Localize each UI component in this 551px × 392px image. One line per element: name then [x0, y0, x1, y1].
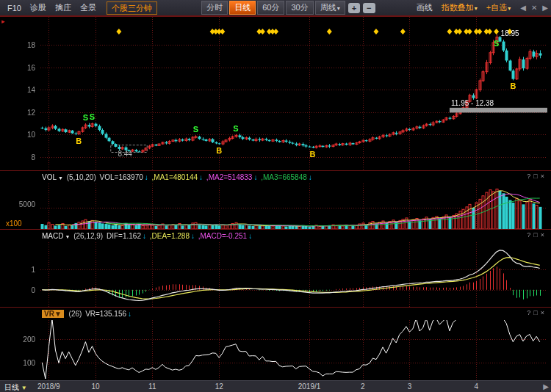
stock-app-window: F10 诊股 擒庄 全景 个股三分钟 分时 日线 60分 30分 周线▾ + −…: [0, 0, 551, 392]
macd-panel-controls[interactable]: ?□×: [527, 231, 547, 239]
period-indicator-label: 日线: [4, 383, 19, 391]
vr-indicator-values[interactable]: VR▼ (26) VR=135.156↓: [42, 310, 133, 318]
header-segment: ↓: [253, 173, 257, 181]
header-segment: ↓: [128, 310, 132, 318]
pin-icon: □: [533, 309, 540, 316]
vr-chart-canvas[interactable]: [0, 320, 551, 381]
period-indicator[interactable]: 日线 ▼: [4, 382, 27, 392]
help-icon: ?: [527, 173, 533, 180]
period-intraday-button[interactable]: 分时: [201, 1, 228, 15]
close-window-icon[interactable]: ✕: [531, 4, 537, 12]
main-chart-panel: ▸: [0, 16, 551, 170]
date-label: 3: [393, 382, 425, 391]
header-segment: VOL=163970: [98, 173, 143, 181]
header-segment: ↓: [248, 232, 252, 240]
date-label: 12: [203, 382, 235, 391]
vr-header: VR▼ (26) VR=135.156↓ ?□×: [0, 308, 551, 320]
macd-panel: ▸ MACD▼ (26,12,9) DIF=1.162↓ ,DEA=1.288↓…: [0, 229, 551, 307]
period-daily-button[interactable]: 日线: [229, 1, 256, 15]
volume-panel-controls[interactable]: ?□×: [527, 173, 547, 180]
top-toolbar: F10 诊股 擒庄 全景 个股三分钟 分时 日线 60分 30分 周线▾ + −…: [0, 0, 551, 16]
header-segment: ,MA2=514833: [204, 173, 252, 181]
header-segment: DIF=1.162: [104, 232, 141, 240]
macd-chart-canvas[interactable]: [0, 242, 551, 308]
header-segment: ,MA3=665848: [259, 173, 306, 181]
date-label: 10: [79, 382, 112, 391]
draw-line-button[interactable]: 画线: [417, 2, 433, 13]
zoom-out-button[interactable]: −: [363, 3, 375, 13]
close-panel-icon: ×: [541, 309, 547, 316]
catch-banker-button[interactable]: 擒庄: [55, 2, 71, 13]
chevron-down-icon: ▼: [21, 385, 27, 391]
index-overlay-button[interactable]: 指数叠加▾: [442, 2, 478, 13]
header-segment: ↓: [199, 173, 203, 181]
header-segment: ↓: [191, 232, 195, 240]
chevron-down-icon: ▾: [508, 5, 511, 12]
date-label: 4: [460, 382, 492, 391]
zoom-in-button[interactable]: +: [348, 3, 360, 13]
volume-header: VOL▼ (5,10,20) VOL=163970↓ ,MA1=480144↓ …: [0, 171, 551, 184]
header-segment: VR=135.156: [83, 310, 126, 318]
panorama-button[interactable]: 全景: [80, 2, 96, 13]
close-panel-icon: ×: [541, 173, 547, 180]
index-overlay-label: 指数叠加: [442, 3, 474, 12]
pin-icon: □: [533, 173, 540, 180]
macd-header: MACD▼ (26,12,9) DIF=1.162↓ ,DEA=1.288↓ ,…: [0, 230, 551, 242]
header-segment: ↓: [143, 232, 146, 240]
header-segment: ,MACD=-0.251: [196, 232, 247, 240]
prev-window-icon[interactable]: ◀: [520, 4, 526, 12]
chevron-down-icon: ▾: [337, 5, 340, 12]
chevron-down-icon: ▾: [475, 5, 478, 12]
date-label: 2019/1: [293, 382, 325, 391]
scroll-right-icon[interactable]: ▶: [543, 382, 549, 391]
stock-3min-button[interactable]: 个股三分钟: [107, 1, 157, 15]
header-segment: ↓: [145, 173, 148, 181]
date-label: 11: [136, 382, 168, 391]
date-label: 2: [347, 382, 379, 391]
close-panel-icon: ×: [541, 231, 547, 239]
period-60min-button[interactable]: 60分: [257, 1, 284, 15]
vr-panel-controls[interactable]: ?□×: [527, 309, 547, 316]
pin-icon: □: [533, 231, 540, 239]
vr-panel: ▸ VR▼ (26) VR=135.156↓ ?□×: [0, 307, 551, 380]
date-label: 2018/9: [32, 382, 65, 391]
header-segment: (26,12,9): [71, 232, 103, 240]
diagnose-stock-button[interactable]: 诊股: [30, 2, 46, 13]
volume-chart-canvas[interactable]: [0, 184, 551, 230]
help-icon: ?: [527, 309, 533, 316]
period-weekly-button[interactable]: 周线▾: [315, 1, 345, 15]
volume-panel: ▸ VOL▼ (5,10,20) VOL=163970↓ ,MA1=480144…: [0, 170, 551, 229]
header-segment: MACD: [42, 232, 63, 240]
period-weekly-label: 周线: [320, 3, 336, 12]
header-segment: ▼: [58, 175, 63, 181]
header-segment: ,DEA=1.288: [148, 232, 190, 240]
add-watchlist-button[interactable]: +自选▾: [486, 2, 511, 13]
next-window-icon[interactable]: ▶: [542, 4, 548, 12]
date-axis-bar: 日线 ▼ 2018/91011122019/1234 ▶: [0, 380, 551, 392]
help-icon: ?: [527, 231, 533, 239]
add-watchlist-label: +自选: [486, 3, 507, 12]
header-segment: VR▼: [42, 310, 64, 318]
volume-indicator-values[interactable]: VOL▼ (5,10,20) VOL=163970↓ ,MA1=480144↓ …: [42, 173, 314, 181]
header-segment: ▼: [65, 234, 70, 239]
period-30min-button[interactable]: 30分: [286, 1, 313, 15]
macd-indicator-values[interactable]: MACD▼ (26,12,9) DIF=1.162↓ ,DEA=1.288↓ ,…: [42, 232, 253, 240]
header-segment: (5,10,20): [65, 173, 96, 181]
header-segment: ↓: [309, 173, 312, 181]
f10-button[interactable]: F10: [7, 4, 21, 12]
candlestick-chart-canvas[interactable]: [0, 17, 551, 171]
header-segment: VOL: [42, 173, 57, 181]
header-segment: ,MA1=480144: [150, 173, 198, 181]
header-segment: (26): [67, 310, 82, 318]
